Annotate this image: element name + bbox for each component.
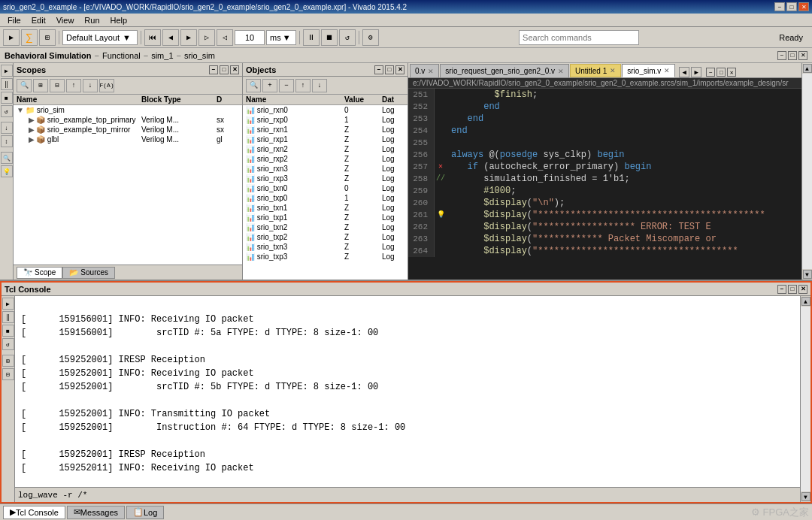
sim-bar-btn-close[interactable]: ✕	[798, 51, 807, 60]
objects-tb-btn-2[interactable]: +	[262, 79, 277, 92]
left-btn-run[interactable]: ▶	[1, 65, 13, 77]
tab-log[interactable]: 📋 Log	[126, 506, 164, 519]
right-scrollbar[interactable]: ▲ ▼	[801, 63, 812, 280]
scopes-tb-btn-2[interactable]: ⊞	[33, 79, 48, 92]
code-line-257[interactable]: 257 ✕ if (autocheck_error_primary) begin	[408, 161, 801, 173]
left-btn-step[interactable]: ↓	[1, 122, 13, 134]
sim-bar-btn-min[interactable]: −	[777, 51, 786, 60]
tcl-scrollbar[interactable]: ▲ ▼	[800, 296, 810, 502]
tcl-left-btn-5[interactable]: ⊞	[2, 355, 14, 367]
objects-btn-min[interactable]: −	[374, 65, 383, 74]
code-line-263[interactable]: 263 $display("************ Packet Miscom…	[408, 233, 801, 245]
tcl-left-btn-3[interactable]: ■	[2, 325, 14, 337]
tab-untitled[interactable]: Untitled 1 ✕	[570, 64, 621, 77]
menu-run[interactable]: Run	[80, 15, 104, 26]
scopes-btn-min[interactable]: −	[209, 65, 218, 74]
scopes-tb-btn-3[interactable]: ⊟	[50, 79, 65, 92]
obj-row-rxp3[interactable]: 📊 srio_rxp3ZLog	[243, 174, 408, 183]
obj-row-rxn3[interactable]: 📊 srio_rxn3ZLog	[243, 164, 408, 174]
tcl-btn-min[interactable]: −	[777, 285, 786, 294]
obj-row-rxp0[interactable]: 📊 srio_rxp01Log	[243, 115, 408, 125]
tcl-scroll-down[interactable]: ▼	[801, 492, 810, 501]
code-line-262[interactable]: 262 $display("****************** ERROR: …	[408, 221, 801, 233]
left-btn-stepover[interactable]: ↕	[1, 135, 13, 147]
toolbar-btn-rstep[interactable]: ◁	[217, 29, 233, 46]
toolbar-btn-1[interactable]: ▶	[3, 29, 20, 46]
scopes-tb-btn-fa[interactable]: F(A)	[99, 79, 114, 92]
obj-row-txp2[interactable]: 📊 srio_txp2ZLog	[243, 232, 408, 242]
tab-nav-right[interactable]: ▶	[691, 67, 701, 77]
objects-tb-btn-3[interactable]: −	[279, 79, 294, 92]
obj-row-txn2[interactable]: 📊 srio_txn2ZLog	[243, 222, 408, 232]
code-panel-btn-max[interactable]: □	[717, 68, 726, 77]
scopes-tb-btn-4[interactable]: ↑	[66, 79, 81, 92]
tab-messages[interactable]: ✉ Messages	[67, 506, 125, 519]
tcl-left-btn-2[interactable]: ‖	[2, 311, 14, 323]
tab-request-close[interactable]: ✕	[558, 68, 564, 75]
toolbar-btn-rewind[interactable]: ⏮	[144, 29, 161, 46]
menu-edit[interactable]: Edit	[27, 15, 50, 26]
toolbar-btn-extra[interactable]: ⚙	[362, 29, 379, 46]
left-btn-restart[interactable]: ↺	[1, 105, 13, 117]
tab-nav-left[interactable]: ◀	[679, 67, 689, 77]
tab-untitled-close[interactable]: ✕	[610, 67, 616, 74]
scope-row-mirror[interactable]: ▶📦 srio_example_top_mirror Verilog M... …	[14, 125, 242, 135]
sim-time-input[interactable]	[235, 30, 265, 45]
code-panel-btn-close[interactable]: ✕	[727, 68, 736, 77]
code-line-252[interactable]: 252 end	[408, 101, 801, 113]
window-controls[interactable]: − □ ✕	[774, 2, 809, 11]
obj-row-rxn2[interactable]: 📊 srio_rxn2ZLog	[243, 144, 408, 154]
tab-scope[interactable]: 🔭Scope	[17, 267, 62, 279]
tcl-btn-close[interactable]: ✕	[798, 285, 807, 294]
left-btn-pause[interactable]: ‖	[1, 78, 13, 90]
close-button[interactable]: ✕	[798, 2, 809, 11]
scopes-btn-close[interactable]: ✕	[230, 65, 239, 74]
objects-btn-restore[interactable]: □	[385, 65, 394, 74]
toolbar-btn-step[interactable]: ▷	[198, 29, 215, 46]
scroll-up-btn[interactable]: ▲	[803, 64, 812, 73]
left-btn-stop[interactable]: ■	[1, 92, 13, 104]
maximize-button[interactable]: □	[786, 2, 797, 11]
scopes-tb-btn-5[interactable]: ↓	[83, 79, 98, 92]
code-line-255[interactable]: 255	[408, 137, 801, 149]
objects-tb-btn-5[interactable]: ↓	[312, 79, 327, 92]
obj-row-txp3[interactable]: 📊 srio_txp3ZLog	[243, 252, 408, 262]
objects-tb-btn-4[interactable]: ↑	[295, 79, 311, 92]
obj-row-rxp1[interactable]: 📊 srio_rxp1ZLog	[243, 135, 408, 144]
tab-sources[interactable]: 📂Sources	[62, 267, 115, 279]
obj-row-rxn0[interactable]: 📊 srio_rxn00Log	[243, 105, 408, 115]
toolbar-btn-back[interactable]: ◀	[162, 29, 179, 46]
tab-0v[interactable]: 0.v ✕	[410, 64, 439, 77]
left-btn-stepout[interactable]: 🔍	[1, 152, 13, 164]
tab-0v-close[interactable]: ✕	[428, 68, 434, 75]
toolbar-btn-pause[interactable]: ⏸	[303, 29, 320, 46]
scope-row-primary[interactable]: ▶📦 srio_example_top_primary Verilog M...…	[14, 115, 242, 125]
tab-sriosim[interactable]: srio_sim.v ✕	[622, 64, 675, 77]
toolbar-btn-3[interactable]: ⊞	[39, 29, 56, 46]
code-line-256[interactable]: 256 always @(posedge sys_clkp) begin	[408, 149, 801, 161]
layout-dropdown[interactable]: Default Layout ▼	[62, 30, 138, 45]
tab-sriosim-close[interactable]: ✕	[664, 67, 670, 74]
code-line-260[interactable]: 260 $display("\n");	[408, 197, 801, 209]
sim-bar-btn-max[interactable]: □	[788, 51, 797, 60]
search-input[interactable]	[519, 30, 639, 45]
scope-row-glbl[interactable]: ▶📦 glbl Verilog M... gl	[14, 135, 242, 144]
menu-file[interactable]: File	[3, 15, 26, 26]
objects-btn-close[interactable]: ✕	[395, 65, 404, 74]
tab-tcl-console[interactable]: ▶ Tcl Console	[3, 506, 65, 519]
scopes-tb-btn-1[interactable]: 🔍	[17, 79, 32, 92]
obj-row-txn3[interactable]: 📊 srio_txn3ZLog	[243, 242, 408, 252]
sim-unit-dropdown[interactable]: ms ▼	[266, 30, 296, 45]
obj-row-txp1[interactable]: 📊 srio_txp1ZLog	[243, 213, 408, 222]
code-line-253[interactable]: 253 end	[408, 113, 801, 125]
code-line-251[interactable]: 251 $finish;	[408, 89, 801, 101]
scope-row-srio-sim[interactable]: ▼📁 srio_sim	[14, 105, 242, 115]
code-line-254[interactable]: 254 end	[408, 125, 801, 137]
minimize-button[interactable]: −	[774, 2, 785, 11]
menu-help[interactable]: Help	[106, 15, 132, 26]
code-line-261[interactable]: 261 💡 $display("************************…	[408, 209, 801, 221]
tcl-left-btn-6[interactable]: ⊟	[2, 368, 14, 380]
code-editor[interactable]: 251 $finish; 252 end 253 end	[408, 89, 801, 280]
code-panel-btn-min[interactable]: −	[706, 68, 715, 77]
scroll-down-btn[interactable]: ▼	[803, 270, 812, 279]
